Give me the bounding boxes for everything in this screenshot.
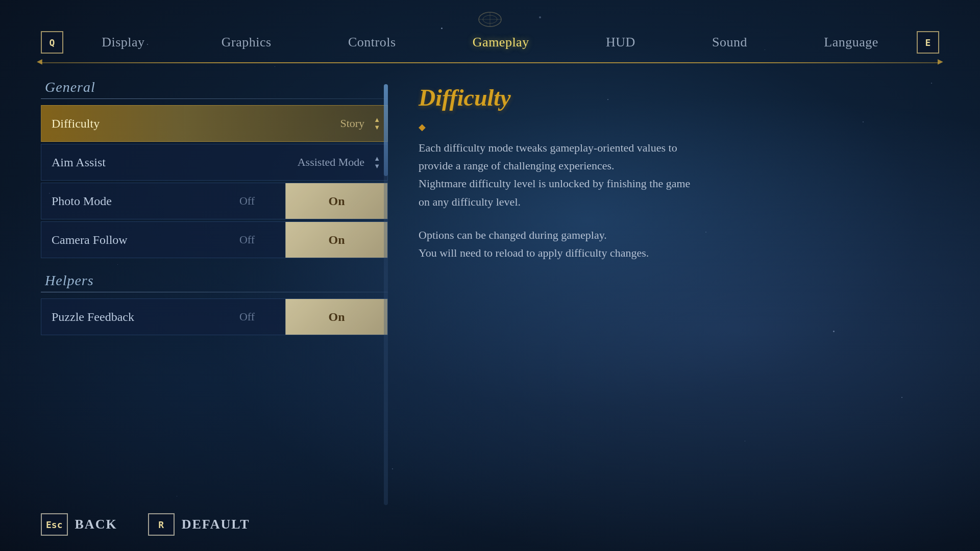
tab-graphics[interactable]: Graphics — [213, 31, 280, 54]
back-label: BACK — [75, 517, 117, 532]
default-label: DEFAULT — [182, 517, 250, 532]
description-text-1: Each difficulty mode tweaks gameplay-ori… — [419, 139, 909, 211]
top-logo — [475, 9, 505, 30]
tab-hud[interactable]: HUD — [598, 31, 644, 54]
navigation-bar: Q Display Graphics Controls Gameplay HUD… — [41, 31, 939, 54]
setting-row-puzzle-feedback[interactable]: Puzzle Feedback Off On — [41, 298, 388, 335]
tab-controls[interactable]: Controls — [340, 31, 404, 54]
settings-panel: General Difficulty Story ▲ ▼ Aim Assist … — [41, 79, 388, 510]
arrow-up-icon: ▲ — [374, 155, 380, 162]
puzzle-feedback-off[interactable]: Off — [209, 299, 285, 335]
photo-mode-on[interactable]: On — [285, 183, 387, 219]
tab-display[interactable]: Display — [93, 31, 153, 54]
puzzle-feedback-toggle[interactable]: Off On — [209, 299, 387, 335]
back-button[interactable]: Esc BACK — [41, 513, 117, 536]
setting-row-photo-mode[interactable]: Photo Mode Off On — [41, 183, 388, 219]
photo-mode-toggle[interactable]: Off On — [209, 183, 387, 219]
section-general: General Difficulty Story ▲ ▼ Aim Assist … — [41, 79, 388, 260]
setting-row-difficulty[interactable]: Difficulty Story ▲ ▼ — [41, 105, 388, 142]
description-diamond-icon: ◆ — [419, 121, 909, 133]
aim-assist-value: Assisted Mode — [298, 156, 370, 169]
section-helpers-title: Helpers — [41, 272, 388, 289]
scroll-track — [384, 84, 388, 505]
section-helpers: Helpers Puzzle Feedback Off On — [41, 272, 388, 337]
description-title: Difficulty — [419, 84, 909, 111]
puzzle-feedback-on[interactable]: On — [285, 299, 387, 335]
nav-underline — [41, 62, 939, 63]
photo-mode-off[interactable]: Off — [209, 183, 285, 219]
difficulty-label: Difficulty — [41, 117, 340, 131]
camera-follow-on[interactable]: On — [285, 222, 387, 258]
main-content: General Difficulty Story ▲ ▼ Aim Assist … — [41, 79, 939, 510]
photo-mode-label: Photo Mode — [41, 194, 209, 208]
camera-follow-off[interactable]: Off — [209, 222, 285, 258]
aim-assist-label: Aim Assist — [41, 156, 298, 169]
section-helpers-divider — [41, 292, 388, 292]
difficulty-value: Story — [340, 117, 370, 130]
default-key-badge: R — [148, 513, 175, 536]
tab-gameplay[interactable]: Gameplay — [464, 31, 537, 54]
tab-language[interactable]: Language — [816, 31, 887, 54]
puzzle-feedback-label: Puzzle Feedback — [41, 310, 209, 324]
scroll-thumb[interactable] — [384, 84, 388, 176]
camera-follow-toggle[interactable]: Off On — [209, 222, 387, 258]
nav-right-key[interactable]: E — [917, 31, 939, 54]
arrow-down-icon: ▼ — [374, 124, 380, 131]
section-general-divider — [41, 98, 388, 99]
arrow-down-icon: ▼ — [374, 163, 380, 169]
description-text-2: Options can be changed during gameplay.Y… — [419, 226, 909, 262]
camera-follow-label: Camera Follow — [41, 233, 209, 247]
tab-sound[interactable]: Sound — [704, 31, 755, 54]
section-general-title: General — [41, 79, 388, 95]
setting-row-aim-assist[interactable]: Aim Assist Assisted Mode ▲ ▼ — [41, 144, 388, 181]
setting-row-camera-follow[interactable]: Camera Follow Off On — [41, 221, 388, 258]
description-panel: Difficulty ◆ Each difficulty mode tweaks… — [388, 79, 939, 510]
nav-items: Display Graphics Controls Gameplay HUD S… — [63, 31, 917, 54]
arrow-up-icon: ▲ — [374, 116, 380, 123]
back-key-badge: Esc — [41, 513, 68, 536]
nav-left-key[interactable]: Q — [41, 31, 63, 54]
bottom-bar: Esc BACK R DEFAULT — [41, 513, 250, 536]
default-button[interactable]: R DEFAULT — [148, 513, 250, 536]
